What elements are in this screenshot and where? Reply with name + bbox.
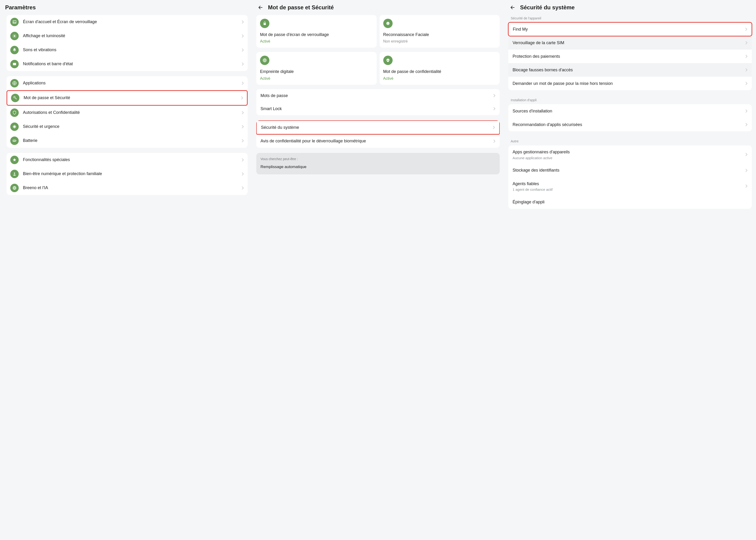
item-payment-protection[interactable]: Protection des paiements — [508, 50, 752, 63]
back-button[interactable] — [509, 4, 516, 11]
settings-item-permissions[interactable]: Autorisations et Confidentialité — [7, 106, 248, 120]
header: Paramètres — [0, 4, 252, 15]
item-find-my[interactable]: Find My — [508, 22, 752, 37]
item-fake-base-block[interactable]: Blocage fausses bornes d'accès — [508, 63, 752, 77]
svg-point-23 — [386, 22, 389, 25]
chevron-right-icon — [745, 41, 748, 45]
suggestion-item-autofill[interactable]: Remplissage automatique — [260, 165, 496, 169]
suggestions-head: Vous cherchez peut-être : — [260, 157, 496, 161]
row-label: Mots de passe — [260, 93, 493, 98]
row-label: Stockage des identifiants — [513, 167, 745, 173]
header: Mot de passe et Sécurité — [252, 4, 504, 15]
section-head-install: Installation d'appli — [504, 97, 756, 104]
item-device-admin-apps[interactable]: Apps gestionnaires d'appareils Aucune ap… — [508, 145, 752, 163]
item-install-sources[interactable]: Sources d'installation — [508, 104, 752, 118]
page-title: Mot de passe et Sécurité — [268, 4, 334, 11]
panel-system-security: Sécurité du système Sécurité de l'appare… — [504, 0, 756, 540]
chevron-right-icon — [241, 62, 244, 66]
svg-rect-0 — [13, 21, 16, 23]
chevron-right-icon — [241, 81, 244, 85]
settings-item-special[interactable]: Fonctionnalités spéciales — [7, 153, 248, 167]
chevron-right-icon — [241, 48, 244, 52]
svg-line-9 — [13, 37, 14, 37]
chevron-right-icon — [493, 107, 496, 111]
panel-settings: Paramètres Écran d'accueil et Écran de v… — [0, 0, 252, 540]
suggestions-box: Vous cherchez peut-être : Remplissage au… — [256, 153, 500, 174]
svg-rect-11 — [13, 63, 16, 65]
chevron-right-icon — [745, 169, 748, 172]
settings-group-1: Écran d'accueil et Écran de verrouillage… — [7, 15, 248, 71]
lock-icon — [260, 19, 269, 28]
card-status: Non enregistré — [383, 39, 496, 44]
row-label: Sécurité du système — [261, 125, 493, 130]
row-label: Écran d'accueil et Écran de verrouillage — [23, 19, 241, 25]
row-label: Recommandation d'applis sécurisées — [513, 122, 745, 127]
card-fingerprint[interactable]: Empreinte digitale Activé — [256, 52, 377, 84]
card-face-recognition[interactable]: Reconnaissance Faciale Non enregistré — [379, 15, 500, 48]
item-secure-apps-recommendation[interactable]: Recommandation d'applis sécurisées — [508, 118, 752, 131]
list-item-smart-lock[interactable]: Smart Lock — [256, 102, 500, 115]
settings-group-2: Applications Mot de passe et Sécurité Au — [7, 76, 248, 148]
privacy-lock-icon — [383, 56, 392, 65]
grid-icon — [10, 79, 19, 87]
settings-item-notifications[interactable]: Notifications et barre d'état — [7, 57, 248, 71]
notification-icon — [10, 60, 19, 68]
item-sim-lock[interactable]: Verrouillage de la carte SIM — [508, 36, 752, 50]
card-lockscreen-password[interactable]: Mot de passe d'écran de verrouillage Act… — [256, 15, 377, 48]
globe-icon — [10, 184, 19, 192]
chevron-right-icon — [241, 186, 244, 190]
item-app-pinning[interactable]: Épinglage d'appli — [508, 195, 752, 209]
row-label: Breeno et l'IA — [23, 185, 241, 191]
row-sublabel: 1 agent de confiance actif — [513, 188, 745, 192]
row-label: Épinglage d'appli — [513, 199, 748, 205]
list-item-system-security[interactable]: Sécurité du système — [256, 120, 500, 135]
settings-item-battery[interactable]: Batterie — [7, 134, 248, 148]
back-button[interactable] — [257, 4, 264, 11]
chevron-right-icon — [241, 139, 244, 143]
row-label: Autorisations et Confidentialité — [23, 110, 241, 115]
card-title: Reconnaissance Faciale — [383, 32, 496, 37]
settings-item-wellbeing[interactable]: Bien-être numérique et protection famili… — [7, 167, 248, 181]
shield-icon — [10, 108, 19, 117]
chevron-right-icon — [241, 158, 244, 162]
panel-password-security: Mot de passe et Sécurité Mot de passe d'… — [252, 0, 504, 540]
header: Sécurité du système — [504, 4, 756, 15]
settings-item-lockscreen[interactable]: Écran d'accueil et Écran de verrouillage — [7, 15, 248, 29]
svg-point-15 — [14, 96, 15, 98]
svg-point-26 — [264, 60, 265, 61]
row-label: Batterie — [23, 138, 241, 143]
cards-row-2: Empreinte digitale Activé Mot de passe d… — [256, 52, 500, 84]
page-title: Paramètres — [5, 4, 36, 11]
list-group-2: Sécurité du système Avis de confidential… — [256, 120, 500, 148]
settings-item-sounds[interactable]: Sons et vibrations — [7, 43, 248, 57]
svg-line-10 — [15, 35, 16, 35]
item-poweroff-password[interactable]: Demander un mot de passe pour la mise ho… — [508, 77, 752, 90]
svg-point-25 — [388, 23, 388, 23]
row-label: Mot de passe et Sécurité — [24, 95, 241, 100]
list-item-biometric-privacy[interactable]: Avis de confidentialité pour le déverrou… — [256, 134, 500, 148]
section-other: Apps gestionnaires d'appareils Aucune ap… — [508, 145, 752, 209]
face-icon — [383, 19, 392, 28]
row-label: Sources d'installation — [513, 108, 745, 114]
row-label: Demander un mot de passe pour la mise ho… — [513, 81, 745, 86]
settings-item-apps[interactable]: Applications — [7, 76, 248, 90]
settings-item-emergency[interactable]: Sécurité et urgence — [7, 120, 248, 134]
svg-rect-29 — [387, 60, 388, 61]
chevron-right-icon — [745, 55, 748, 58]
row-label: Find My — [513, 26, 745, 32]
item-trusted-agents[interactable]: Agents fiables 1 agent de confiance acti… — [508, 177, 752, 195]
list-group-1: Mots de passe Smart Lock — [256, 89, 500, 115]
card-privacy-password[interactable]: Mot de passe de confidentialité Activé — [379, 52, 500, 84]
row-sublabel: Aucune application active — [513, 156, 745, 160]
chevron-right-icon — [493, 94, 496, 97]
key-icon — [11, 94, 19, 102]
settings-item-display[interactable]: Affichage et luminosité — [7, 29, 248, 43]
item-credential-storage[interactable]: Stockage des identifiants — [508, 164, 752, 177]
chevron-right-icon — [241, 111, 244, 114]
image-icon — [10, 18, 19, 26]
settings-item-password-security[interactable]: Mot de passe et Sécurité — [7, 90, 248, 106]
list-item-passwords[interactable]: Mots de passe — [256, 89, 500, 102]
settings-item-breeno[interactable]: Breeno et l'IA — [7, 181, 248, 195]
row-label: Bien-être numérique et protection famili… — [23, 171, 241, 177]
section-head-other: Autre — [504, 138, 756, 145]
